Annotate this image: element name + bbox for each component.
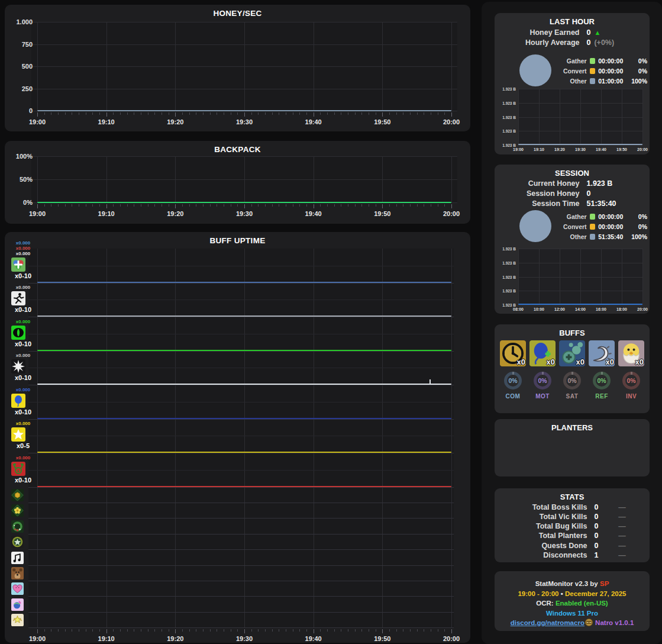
axis-tick — [120, 204, 121, 207]
h-gridline — [31, 22, 457, 22]
legend-row: Convert00:00:000% — [550, 66, 647, 76]
stats-row-trend-dash: — — [613, 532, 631, 540]
legend-label: Convert — [550, 67, 587, 75]
stat-label: Session Honey — [506, 189, 580, 198]
axis-tick — [231, 629, 231, 632]
gauge-label: MOT — [535, 393, 550, 400]
axis-tick — [258, 204, 259, 207]
buff-multiplier-label: x0.000 — [11, 246, 35, 251]
axis-tick — [417, 629, 418, 632]
axis-tick — [224, 204, 224, 207]
last-hour-title: LAST HOUR — [495, 13, 650, 26]
x-axis-label: 19:00 — [22, 635, 52, 642]
gauge-ring-sat: 0% — [563, 372, 581, 389]
axis-tick — [265, 204, 266, 207]
footer-segment: • — [559, 590, 565, 597]
stats-row: Total Vic Kills0— — [495, 511, 650, 521]
icon-slot — [11, 394, 35, 408]
x-axis-label: 19:00 — [22, 210, 52, 217]
axis-tick — [224, 629, 224, 632]
v-gridline — [244, 249, 245, 627]
h-gridline — [28, 596, 454, 597]
gauge-ref: 0%REF — [589, 372, 615, 400]
h-gridline — [28, 385, 454, 385]
buffs-card: BUFFS x0x0x0x0x00%COM0%MOT0%SAT0%REF0%IN… — [495, 324, 650, 413]
axis-tick — [314, 629, 314, 633]
haste-runner-uptime-line — [37, 315, 451, 317]
axis-tick — [320, 629, 321, 632]
stats-row-label: Disconnects — [514, 551, 587, 559]
buff-row-label-group — [11, 567, 35, 579]
axis-tick — [210, 204, 211, 207]
axis-tick — [44, 629, 45, 632]
axis-tick — [92, 204, 93, 207]
pop-starburst-icon — [11, 359, 25, 373]
legend-percent: 0% — [628, 57, 647, 65]
axis-tick — [237, 112, 238, 115]
buff-gauges-row: 0%COM0%MOT0%SAT0%REF0%INV — [500, 372, 644, 400]
stat-value-number: 0 — [587, 38, 591, 47]
v-gridline — [314, 249, 314, 627]
gauge-notch — [631, 372, 632, 375]
legend-row: Other51:35:40100% — [550, 231, 647, 242]
stats-row-value: 0 — [595, 522, 606, 530]
gauge-label: SAT — [566, 393, 579, 400]
x-axis-label: 19:00 — [509, 147, 528, 152]
star-badge-icon — [11, 536, 24, 548]
axis-tick — [120, 629, 121, 632]
icon-slot — [11, 427, 35, 442]
stat-label: Honey Earned — [506, 28, 580, 37]
legend-percent: 0% — [628, 67, 647, 75]
x-axis-label: 20:00 — [633, 307, 652, 311]
gauge-notch — [512, 372, 514, 375]
axis-tick — [299, 629, 300, 632]
activity-pie-chart — [519, 210, 551, 242]
statmonitor-dashboard: HONEY/SEC 1.000750500250019:0019:1019:20… — [0, 0, 662, 644]
axis-tick — [410, 629, 411, 632]
natro-version: Natro v1.0.1 — [593, 619, 634, 626]
legend-time: 00:00:00 — [598, 57, 628, 65]
planters-title: PLANTERS — [495, 419, 650, 432]
x-axis-label: 19:00 — [22, 118, 52, 125]
legend-row: Gather00:00:000% — [550, 211, 647, 221]
discord-link[interactable]: discord.gg/natromacro — [511, 619, 585, 626]
y-axis-label: 1.923 B — [495, 275, 516, 279]
buff-row-label-group: x0.000x0-10 — [11, 387, 35, 416]
axis-tick — [175, 204, 176, 208]
x-axis-label: 19:20 — [160, 118, 190, 125]
axis-tick — [341, 112, 341, 115]
stat-extra: (+0%) — [594, 38, 614, 47]
stat-row: Honey Earned0▲ — [495, 27, 650, 37]
h-gridline — [28, 549, 454, 550]
axis-tick — [203, 112, 204, 115]
axis-tick — [244, 629, 245, 633]
backpack-series-line — [37, 202, 451, 203]
x-axis-label: 19:10 — [529, 147, 548, 152]
axis-tick — [154, 629, 155, 632]
axis-tick — [265, 112, 266, 115]
v-gridline — [642, 249, 643, 305]
axis-tick — [334, 112, 335, 115]
axis-tick — [92, 112, 93, 115]
gauge-inv: 0%INV — [618, 372, 644, 400]
legend-percent: 100% — [628, 233, 647, 240]
bear-morph-icon — [11, 567, 24, 579]
axis-tick — [182, 112, 183, 115]
gauge-sat: 0%SAT — [559, 372, 585, 400]
buff-range-label: x0-10 — [11, 375, 35, 381]
h-gridline — [28, 283, 454, 284]
axis-tick — [44, 112, 45, 115]
gauge-label: REF — [595, 393, 608, 400]
x-axis-label: 12:00 — [550, 307, 569, 311]
stat-value-number: 0 — [587, 28, 591, 37]
footer-segment: SP — [600, 580, 609, 587]
axis-tick — [51, 204, 51, 207]
buff-multiplier-label: x0.000 — [11, 353, 35, 358]
stats-row-label: Total Vic Kills — [514, 513, 587, 521]
axis-tick — [134, 629, 134, 632]
x-axis-label: 18:00 — [612, 307, 631, 311]
stat-value-number: 51:35:40 — [587, 199, 616, 208]
axis-tick — [141, 112, 141, 115]
axis-tick — [148, 629, 148, 632]
clock-buff-slot: x0 — [500, 340, 526, 366]
